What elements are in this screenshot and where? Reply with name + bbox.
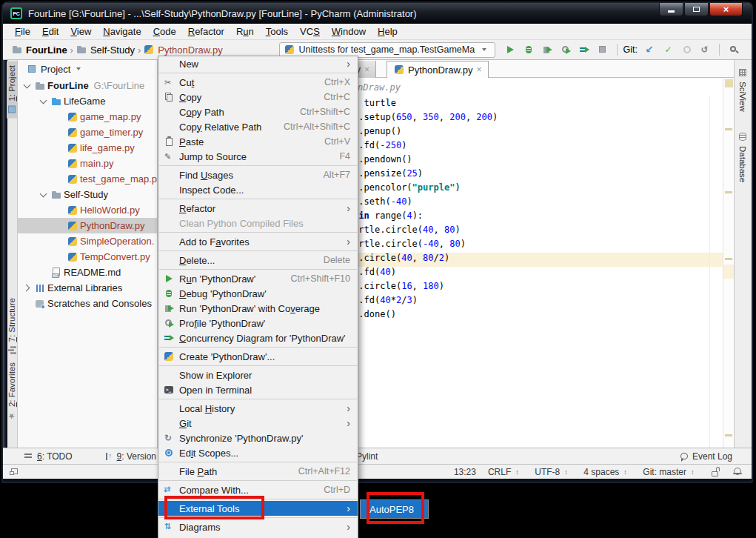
breadcrumb-item-self-study[interactable]: Self-Study: [76, 44, 135, 56]
menu-item-git[interactable]: Git›: [158, 416, 358, 431]
menu-item-cut[interactable]: CutCtrl+X: [158, 75, 358, 90]
tree-item-tempconvert-py[interactable]: TempConvert.py: [18, 249, 157, 265]
menu-item-local-history[interactable]: Local History›: [158, 401, 358, 416]
tree-item-life-game-py[interactable]: life_game.py: [18, 140, 157, 156]
chevron-down-icon[interactable]: [39, 190, 49, 200]
tool-window-button-todo[interactable]: 6: TODO: [24, 451, 73, 462]
menu-item-create-pythondraw[interactable]: Create 'PythonDraw'...: [158, 349, 358, 364]
tree-item-game-timer-py[interactable]: game_timer.py: [18, 124, 157, 140]
menubar-item-navigate[interactable]: Navigate: [97, 24, 147, 39]
menubar-item-vcs[interactable]: VCS: [294, 24, 326, 39]
tool-window-tab-project[interactable]: 1: Project: [7, 62, 17, 119]
profile-button[interactable]: [557, 41, 575, 58]
git-history-button[interactable]: [678, 41, 696, 58]
menu-separator: [159, 347, 357, 348]
git-commit-button[interactable]: [659, 41, 678, 58]
menu-item-inspect-code[interactable]: Inspect Code...: [158, 182, 358, 197]
editor-tab-pythondraw[interactable]: PythonDraw.py ×: [387, 61, 489, 78]
tool-window-tab-sciview[interactable]: SciView: [737, 67, 748, 112]
menu-item-refactor[interactable]: Refactor›: [158, 201, 358, 216]
git-update-button[interactable]: [640, 41, 659, 58]
menubar-item-run[interactable]: Run: [230, 24, 260, 39]
menubar-item-window[interactable]: Window: [326, 24, 372, 39]
toggle-tool-windows-icon[interactable]: [9, 467, 19, 477]
menubar-item-code[interactable]: Code: [147, 24, 182, 39]
menu-item-jump-to-source[interactable]: Jump to SourceF4: [158, 149, 358, 164]
status-hector-button[interactable]: [732, 467, 743, 477]
tool-window-tab-favorites[interactable]: 2: Favorites: [7, 359, 17, 424]
menu-item-open-in-terminal[interactable]: Open in Terminal: [158, 382, 358, 397]
status-4-spaces[interactable]: 4 spaces: [583, 467, 631, 477]
tool-window-tab-database[interactable]: Database: [737, 132, 748, 182]
menu-item-clean-python-compiled-files[interactable]: Clean Python Compiled Files: [158, 216, 358, 230]
tree-item-helloworld-py[interactable]: HelloWorld.py: [18, 202, 157, 218]
status-unlock-button[interactable]: [710, 467, 720, 477]
tree-item-main-py[interactable]: main.py: [18, 156, 157, 171]
search-everywhere-button[interactable]: [724, 41, 743, 58]
menu-item-delete[interactable]: Delete...Delete: [158, 253, 358, 268]
status-crlf[interactable]: CRLF: [488, 467, 523, 477]
chevron-down-icon[interactable]: [22, 81, 33, 91]
menubar-item-edit[interactable]: Edit: [36, 24, 64, 39]
menu-item-edit-scopes[interactable]: Edit Scopes...: [158, 445, 358, 460]
menu-item-add-to-favorites[interactable]: Add to Favorites›: [158, 234, 358, 249]
title-bar[interactable]: PC FourLine [G:\FourLine] - ...\Self-Stu…: [3, 3, 752, 24]
debug-button[interactable]: [520, 41, 538, 58]
tree-item-scratches-and-consoles[interactable]: Scratches and Consoles: [18, 296, 157, 311]
menubar-item-tools[interactable]: Tools: [260, 24, 294, 39]
menu-item-diagrams[interactable]: Diagrams›: [158, 519, 358, 534]
status-utf-8[interactable]: UTF-8: [535, 467, 572, 477]
coverage-button[interactable]: [538, 41, 557, 58]
close-tab-icon[interactable]: ×: [364, 64, 369, 75]
menu-item-run-pythondraw[interactable]: Run 'PythonDraw'Ctrl+Shift+F10: [158, 271, 358, 286]
menubar-item-file[interactable]: File: [9, 24, 36, 39]
tree-item-pythondraw-py[interactable]: PythonDraw.py: [18, 218, 157, 233]
project-panel-header[interactable]: Project: [18, 60, 157, 78]
tool-window-tab-structure[interactable]: 7: Structure: [7, 294, 17, 359]
menu-item-copy-relative-path[interactable]: Copy Relative PathCtrl+Alt+Shift+C: [158, 119, 358, 134]
menu-item-profile-pythondraw[interactable]: Profile 'PythonDraw': [158, 316, 358, 331]
menubar-item-view[interactable]: View: [64, 24, 97, 39]
menubar-item-refactor[interactable]: Refactor: [182, 24, 230, 39]
tree-item-simpleoperation[interactable]: SimpleOperation.: [18, 233, 157, 249]
tree-item-self-study[interactable]: Self-Study: [18, 187, 157, 202]
menu-item-copy-path[interactable]: Copy PathCtrl+Shift+C: [158, 104, 358, 119]
tool-window-button-pylint[interactable]: Pylint: [356, 451, 378, 462]
minimize-button[interactable]: [659, 3, 683, 16]
close-button[interactable]: ×: [709, 3, 743, 16]
chevron-right-icon[interactable]: [22, 283, 33, 293]
menu-item-copy[interactable]: CopyCtrl+C: [158, 90, 358, 104]
menu-separator: [159, 165, 357, 166]
concurrency-button[interactable]: [575, 41, 594, 58]
menu-item-synchronize-pythondraw-py[interactable]: Synchronize 'PythonDraw.py': [158, 431, 358, 445]
chevron-down-icon[interactable]: [39, 96, 49, 107]
tree-item-external-libraries[interactable]: External Libraries: [18, 280, 157, 296]
menubar-item-help[interactable]: Help: [372, 24, 404, 39]
maximize-button[interactable]: [684, 3, 709, 16]
menu-item-new[interactable]: New›: [158, 56, 358, 71]
tree-item-fourline[interactable]: FourLineG:\FourLine: [18, 78, 157, 93]
tree-item-game-map-py[interactable]: game_map.py: [18, 109, 157, 124]
tree-item-test-game-map-p[interactable]: test_game_map.p: [18, 171, 157, 187]
menu-item-find-usages[interactable]: Find UsagesAlt+F7: [158, 167, 358, 182]
menu-item-file-path[interactable]: File PathCtrl+Alt+F12: [158, 464, 358, 479]
status-git-master[interactable]: Git: master: [643, 467, 698, 477]
tree-item-readme-md[interactable]: README.md: [18, 265, 157, 280]
menu-item-paste[interactable]: PasteCtrl+V: [158, 134, 358, 149]
editor-scrollbar[interactable]: [723, 78, 734, 448]
breadcrumb-item-fourline[interactable]: FourLine: [12, 44, 67, 56]
menu-item-concurrency-diagram-for-pythondraw[interactable]: Concurrency Diagram for 'PythonDraw': [158, 331, 358, 345]
git-rollback-button[interactable]: [696, 41, 715, 58]
stop-button[interactable]: [594, 41, 612, 58]
breadcrumb-item-pythondraw-py[interactable]: PythonDraw.py: [144, 44, 222, 56]
tree-item-lifegame[interactable]: LifeGame: [18, 93, 157, 109]
menu-item-run-pythondraw-with-coverage[interactable]: Run 'PythonDraw' with Coverage: [158, 301, 358, 316]
run-button[interactable]: [501, 41, 520, 58]
menu-item-show-in-explorer[interactable]: Show in Explorer: [158, 368, 358, 382]
menu-item-debug-pythondraw[interactable]: Debug 'PythonDraw': [158, 286, 358, 301]
close-tab-icon[interactable]: ×: [476, 64, 481, 75]
menu-item-autopep8[interactable]: AutoPEP8: [361, 504, 414, 515]
event-log-button[interactable]: Event Log: [679, 451, 732, 462]
menu-item-compare-with[interactable]: Compare With...Ctrl+D: [158, 482, 358, 497]
menu-item-external-tools[interactable]: External Tools›: [158, 501, 358, 516]
